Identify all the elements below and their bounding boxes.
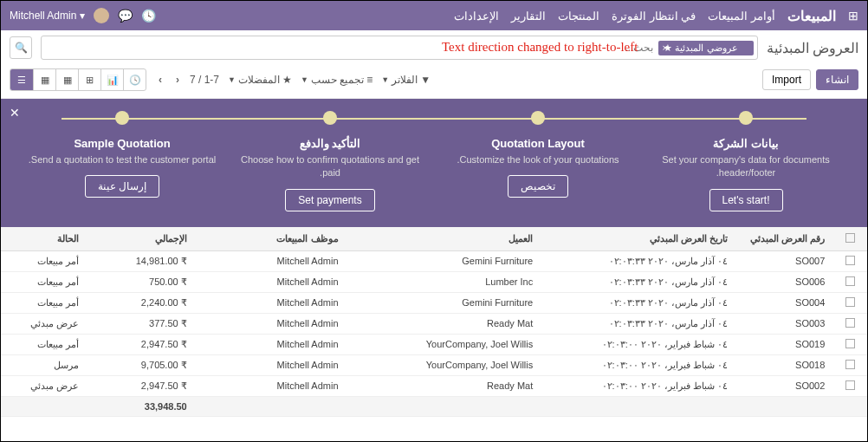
annotation-text: Text direction changed to right-to-left	[442, 40, 638, 55]
cell-total: ₹ 14,981.00	[87, 250, 196, 271]
col-status[interactable]: الحالة	[1, 227, 87, 251]
cell-status: مرسل	[1, 354, 87, 375]
step-desc: Set your company's data for documents he…	[651, 153, 842, 180]
row-checkbox[interactable]	[845, 318, 855, 328]
cell-total: ₹ 2,947.50	[87, 334, 196, 354]
cell-date: ٠٤ آذار مارس، ٢٠٢٠ ٠٢:٠٣:٣٣	[541, 271, 736, 292]
row-checkbox[interactable]	[845, 256, 855, 265]
cell-status: عرض مبدئي	[1, 313, 87, 334]
cell-total: ₹ 9,705.00	[87, 354, 196, 375]
cell-customer: Gemini Furniture	[347, 250, 542, 271]
cell-status: أمر مبيعات	[1, 250, 87, 271]
cell-customer: YourCompany, Joel Willis	[347, 354, 542, 375]
table-row[interactable]: SO007٠٤ آذار مارس، ٢٠٢٠ ٠٢:٠٣:٣٣Gemini F…	[1, 250, 867, 271]
cell-customer: Ready Mat	[347, 313, 542, 334]
view-pivot[interactable]: ⊞	[78, 69, 100, 90]
step-sample-button[interactable]: إرسال عينة	[85, 175, 159, 198]
filters-menu[interactable]: ▼الفلاتر ▼	[381, 74, 431, 86]
activity-icon[interactable]: 🕓	[141, 9, 156, 23]
search-facet[interactable]: عروضي المبدئية ★×	[658, 41, 753, 55]
quotation-table: رقم العرض المبدئي تاريخ العرض المبدئي ال…	[1, 227, 867, 417]
col-customer[interactable]: العميل	[347, 227, 542, 251]
nav-reports[interactable]: التقارير	[511, 10, 546, 23]
cell-salesperson: Mitchell Admin	[196, 334, 347, 354]
create-button[interactable]: انشاء	[816, 69, 858, 90]
row-checkbox[interactable]	[845, 339, 855, 348]
cell-status: أمر مبيعات	[1, 334, 87, 354]
cell-total: ₹ 377.50	[87, 313, 196, 334]
table-row[interactable]: SO004٠٤ آذار مارس، ٢٠٢٠ ٠٢:٠٣:٣٣Gemini F…	[1, 292, 867, 313]
step-payment: التأكيد والدفع Choose how to confirm quo…	[235, 111, 426, 211]
step-sample: Sample Quotation Send a quotation to tes…	[27, 111, 218, 211]
nav-invoice[interactable]: في انتظار الفوترة	[612, 10, 696, 23]
toolbar: انشاء Import ☰ ▦ ▦ ⊞ 📊 🕓 ‹ › 7 / 1-7 ▼ال…	[1, 65, 867, 99]
view-kanban[interactable]: ▦	[33, 69, 55, 90]
pager-prev[interactable]: ‹	[155, 74, 165, 86]
brand[interactable]: المبيعات	[787, 8, 836, 24]
nav-products[interactable]: المنتجات	[558, 10, 599, 23]
cell-customer: YourCompany, Joel Willis	[347, 334, 542, 354]
step-desc: Send a quotation to test the customer po…	[29, 153, 216, 166]
cell-customer: Lumber Inc	[347, 271, 542, 292]
table-row[interactable]: SO018٠٤ شباط فبراير، ٢٠٢٠ ٠٢:٠٣:٠٠YourCo…	[1, 354, 867, 375]
cell-date: ٠٤ شباط فبراير، ٢٠٢٠ ٠٢:٠٣:٠٠	[541, 375, 736, 396]
user-menu[interactable]: Mitchell Admin ▾	[10, 10, 85, 22]
cell-salesperson: Mitchell Admin	[196, 250, 347, 271]
apps-icon[interactable]: ⊞	[848, 9, 858, 23]
cell-total: ₹ 2,947.50	[87, 375, 196, 396]
row-checkbox[interactable]	[845, 380, 855, 390]
table-row[interactable]: SO003٠٤ آذار مارس، ٢٠٢٠ ٠٢:٠٣:٣٣Ready Ma…	[1, 313, 867, 334]
step-company: بيانات الشركة Set your company's data fo…	[651, 111, 842, 211]
cell-salesperson: Mitchell Admin	[196, 354, 347, 375]
cell-salesperson: Mitchell Admin	[196, 271, 347, 292]
col-date[interactable]: تاريخ العرض المبدئي	[541, 227, 736, 251]
cell-date: ٠٤ آذار مارس، ٢٠٢٠ ٠٢:٠٣:٣٣	[541, 250, 736, 271]
row-checkbox[interactable]	[845, 276, 855, 286]
nav-orders[interactable]: أوامر المبيعات	[708, 10, 775, 23]
cell-date: ٠٤ شباط فبراير، ٢٠٢٠ ٠٢:٠٣:٠٠	[541, 354, 736, 375]
view-list[interactable]: ☰	[10, 69, 33, 90]
row-checkbox[interactable]	[845, 360, 855, 369]
cell-customer: Gemini Furniture	[347, 292, 542, 313]
cell-total: ₹ 750.00	[87, 271, 196, 292]
import-button[interactable]: Import	[762, 69, 811, 90]
cell-num: SO002	[736, 375, 833, 396]
select-all-checkbox[interactable]	[845, 233, 855, 243]
pager-count: 7 / 1-7	[190, 74, 219, 86]
pager-next[interactable]: ›	[172, 74, 183, 86]
col-total[interactable]: الإجمالي	[87, 227, 196, 251]
table-row[interactable]: SO002٠٤ شباط فبراير، ٢٠٢٠ ٠٢:٠٣:٠٠Ready …	[1, 375, 867, 396]
chat-icon[interactable]: 💬	[118, 9, 133, 23]
groupby-menu[interactable]: ▼تجميع حسب ≡	[301, 74, 372, 86]
cell-num: SO003	[736, 313, 833, 334]
col-salesperson[interactable]: موظف المبيعات	[196, 227, 347, 251]
search-button[interactable]: 🔍	[10, 36, 32, 59]
page-title: العروض المبدئية	[767, 40, 858, 56]
view-calendar[interactable]: ▦	[55, 69, 78, 90]
cell-salesperson: Mitchell Admin	[196, 313, 347, 334]
cell-customer: Ready Mat	[347, 375, 542, 396]
steps-line	[62, 118, 806, 120]
step-layout-button[interactable]: تخصيص	[508, 175, 568, 198]
avatar[interactable]	[94, 8, 109, 23]
cell-status: عرض مبدئي	[1, 375, 87, 396]
facet-remove-icon[interactable]: ×	[662, 42, 667, 53]
cell-num: SO006	[736, 271, 833, 292]
step-desc: Choose how to confirm quotations and get…	[235, 153, 426, 180]
row-checkbox[interactable]	[845, 297, 855, 307]
view-switcher: ☰ ▦ ▦ ⊞ 📊 🕓	[10, 68, 146, 91]
search-wrap: عروضي المبدئية ★×	[41, 36, 758, 60]
cell-salesperson: Mitchell Admin	[196, 292, 347, 313]
view-activity[interactable]: 🕓	[123, 69, 146, 90]
table-row[interactable]: SO019٠٤ شباط فبراير، ٢٠٢٠ ٠٢:٠٣:٠٠YourCo…	[1, 334, 867, 354]
step-company-button[interactable]: !Let's start	[709, 189, 783, 211]
step-payment-button[interactable]: Set payments	[285, 189, 374, 211]
banner-close-icon[interactable]: ✕	[10, 106, 20, 120]
view-graph[interactable]: 📊	[100, 69, 123, 90]
favorites-menu[interactable]: ▼المفضلات ★	[228, 74, 292, 86]
table-row[interactable]: SO006٠٤ آذار مارس، ٢٠٢٠ ٠٢:٠٣:٣٣Lumber I…	[1, 271, 867, 292]
nav-settings[interactable]: الإعدادات	[454, 10, 499, 23]
step-title: Sample Quotation	[74, 137, 170, 150]
step-title: بيانات الشركة	[713, 137, 779, 150]
col-number[interactable]: رقم العرض المبدئي	[736, 227, 833, 251]
